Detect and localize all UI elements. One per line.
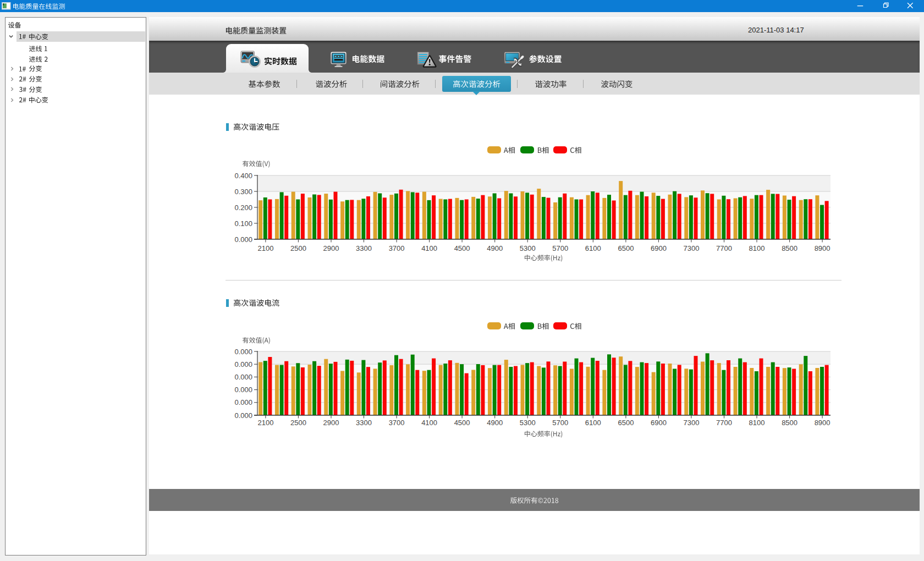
svg-text:5700: 5700 xyxy=(552,244,568,252)
svg-text:7300: 7300 xyxy=(683,419,699,427)
svg-text:4500: 4500 xyxy=(454,244,470,252)
svg-text:5300: 5300 xyxy=(520,419,536,427)
svg-text:6900: 6900 xyxy=(651,244,667,252)
svg-text:0.100: 0.100 xyxy=(234,219,252,228)
svg-text:2100: 2100 xyxy=(257,244,273,252)
svg-text:8100: 8100 xyxy=(749,419,765,427)
svg-text:8500: 8500 xyxy=(782,244,798,252)
svg-text:5300: 5300 xyxy=(520,244,536,252)
svg-text:2100: 2100 xyxy=(257,419,273,427)
svg-text:4500: 4500 xyxy=(454,419,470,427)
svg-text:0.200: 0.200 xyxy=(234,204,252,212)
svg-text:2900: 2900 xyxy=(323,244,339,252)
svg-text:5700: 5700 xyxy=(552,419,568,427)
svg-text:3300: 3300 xyxy=(356,419,372,427)
svg-text:6100: 6100 xyxy=(585,419,601,427)
svg-text:4900: 4900 xyxy=(487,419,503,427)
svg-text:0.300: 0.300 xyxy=(234,188,252,196)
svg-text:0.000: 0.000 xyxy=(234,386,252,394)
svg-text:4100: 4100 xyxy=(421,244,437,252)
svg-text:4100: 4100 xyxy=(421,419,437,427)
svg-text:2500: 2500 xyxy=(290,419,306,427)
svg-text:0.000: 0.000 xyxy=(234,348,252,356)
svg-text:8500: 8500 xyxy=(782,419,798,427)
svg-text:2900: 2900 xyxy=(323,419,339,427)
svg-text:7300: 7300 xyxy=(683,244,699,252)
svg-text:3300: 3300 xyxy=(356,244,372,252)
svg-text:4900: 4900 xyxy=(487,244,503,252)
svg-text:6100: 6100 xyxy=(585,244,601,252)
svg-text:0.000: 0.000 xyxy=(234,235,252,244)
svg-text:8900: 8900 xyxy=(815,419,831,427)
svg-text:0.000: 0.000 xyxy=(234,360,252,369)
svg-text:0.000: 0.000 xyxy=(234,398,252,406)
svg-text:0.000: 0.000 xyxy=(234,373,252,381)
svg-text:8100: 8100 xyxy=(749,244,765,252)
svg-text:2500: 2500 xyxy=(290,244,306,252)
svg-text:8900: 8900 xyxy=(815,244,831,252)
svg-text:0.000: 0.000 xyxy=(234,411,252,420)
svg-text:6900: 6900 xyxy=(651,419,667,427)
svg-text:0.400: 0.400 xyxy=(234,172,252,180)
svg-text:3700: 3700 xyxy=(389,244,405,252)
svg-text:7700: 7700 xyxy=(716,244,732,252)
svg-text:6500: 6500 xyxy=(618,244,634,252)
svg-text:6500: 6500 xyxy=(618,419,634,427)
svg-text:3700: 3700 xyxy=(389,419,405,427)
svg-text:7700: 7700 xyxy=(716,419,732,427)
